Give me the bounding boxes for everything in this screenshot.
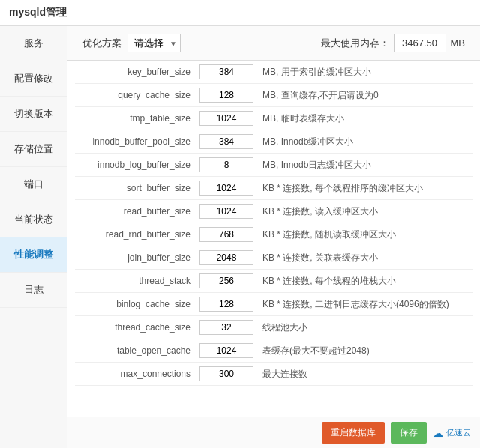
table-row: read_buffer_size KB * 连接数, 读入缓冲区大小 xyxy=(75,200,472,223)
params-table: key_buffer_size MB, 用于索引的缓冲区大小 query_cac… xyxy=(68,61,480,417)
brand-logo: ☁ 亿速云 xyxy=(433,427,471,439)
param-name-7: read_rnd_buffer_size xyxy=(75,223,195,246)
sidebar-item-7[interactable]: 日志 xyxy=(0,273,67,308)
param-value-6[interactable] xyxy=(195,200,258,223)
brand-label: 亿速云 xyxy=(446,427,471,438)
param-input-4[interactable] xyxy=(200,157,254,172)
sidebar-item-2[interactable]: 切换版本 xyxy=(0,97,67,132)
plan-section: 优化方案 请选择 ▼ xyxy=(82,34,181,52)
param-input-2[interactable] xyxy=(200,111,254,126)
param-value-10[interactable] xyxy=(195,293,258,316)
main-content: 优化方案 请选择 ▼ 最大使用内存： 3467.50 MB xyxy=(68,26,480,448)
sidebar-item-1[interactable]: 配置修改 xyxy=(0,61,67,97)
top-bar: 优化方案 请选择 ▼ 最大使用内存： 3467.50 MB xyxy=(68,26,480,61)
restart-button[interactable]: 重启数据库 xyxy=(322,422,385,444)
param-name-13: max_connections xyxy=(75,363,195,386)
param-input-3[interactable] xyxy=(200,134,254,149)
param-value-4[interactable] xyxy=(195,154,258,177)
brand-icon: ☁ xyxy=(433,427,443,439)
param-desc-8: KB * 连接数, 关联表缓存大小 xyxy=(258,246,472,270)
table-row: tmp_table_size MB, 临时表缓存大小 xyxy=(75,107,472,130)
param-name-8: join_buffer_size xyxy=(75,246,195,270)
param-name-4: innodb_log_buffer_size xyxy=(75,154,195,177)
param-value-5[interactable] xyxy=(195,177,258,200)
param-desc-9: KB * 连接数, 每个线程的堆栈大小 xyxy=(258,270,472,293)
param-input-12[interactable] xyxy=(200,343,254,358)
title-bar: mysqld管理 xyxy=(0,0,480,26)
sidebar-item-4[interactable]: 端口 xyxy=(0,167,67,202)
sidebar: 服务配置修改切换版本存储位置端口当前状态性能调整日志 xyxy=(0,26,68,448)
param-input-11[interactable] xyxy=(200,320,254,335)
param-name-0: key_buffer_size xyxy=(75,61,195,84)
param-desc-3: MB, Innodb缓冲区大小 xyxy=(258,130,472,154)
table-row: join_buffer_size KB * 连接数, 关联表缓存大小 xyxy=(75,246,472,270)
param-desc-12: 表缓存(最大不要超过2048) xyxy=(258,339,472,363)
mem-section: 最大使用内存： 3467.50 MB xyxy=(321,34,466,52)
table-row: read_rnd_buffer_size KB * 连接数, 随机读取缓冲区大小 xyxy=(75,223,472,246)
param-value-9[interactable] xyxy=(195,270,258,293)
param-input-5[interactable] xyxy=(200,181,254,196)
param-name-2: tmp_table_size xyxy=(75,107,195,130)
table-row: thread_stack KB * 连接数, 每个线程的堆栈大小 xyxy=(75,270,472,293)
table-row: innodb_log_buffer_size MB, Innodb日志缓冲区大小 xyxy=(75,154,472,177)
mem-value: 3467.50 xyxy=(394,34,446,52)
mem-unit: MB xyxy=(451,37,466,49)
mem-label: 最大使用内存： xyxy=(321,37,389,50)
table-row: query_cache_size MB, 查询缓存,不开启请设为0 xyxy=(75,84,472,107)
param-desc-5: KB * 连接数, 每个线程排序的缓冲区大小 xyxy=(258,177,472,200)
table-row: innodb_buffer_pool_size MB, Innodb缓冲区大小 xyxy=(75,130,472,154)
param-desc-13: 最大连接数 xyxy=(258,363,472,386)
param-name-3: innodb_buffer_pool_size xyxy=(75,130,195,154)
plan-select[interactable]: 请选择 xyxy=(128,34,181,52)
param-name-1: query_cache_size xyxy=(75,84,195,107)
param-desc-10: KB * 连接数, 二进制日志缓存大小(4096的倍数) xyxy=(258,293,472,316)
param-name-12: table_open_cache xyxy=(75,339,195,363)
plan-label: 优化方案 xyxy=(82,37,122,50)
param-value-3[interactable] xyxy=(195,130,258,154)
param-name-10: binlog_cache_size xyxy=(75,293,195,316)
param-value-2[interactable] xyxy=(195,107,258,130)
param-input-0[interactable] xyxy=(200,64,254,79)
plan-select-wrapper: 请选择 ▼ xyxy=(128,34,181,52)
params-grid: key_buffer_size MB, 用于索引的缓冲区大小 query_cac… xyxy=(75,61,472,386)
param-input-10[interactable] xyxy=(200,297,254,312)
param-desc-11: 线程池大小 xyxy=(258,316,472,339)
param-input-1[interactable] xyxy=(200,88,254,103)
param-value-7[interactable] xyxy=(195,223,258,246)
sidebar-item-3[interactable]: 存储位置 xyxy=(0,132,67,167)
table-row: key_buffer_size MB, 用于索引的缓冲区大小 xyxy=(75,61,472,84)
table-row: binlog_cache_size KB * 连接数, 二进制日志缓存大小(40… xyxy=(75,293,472,316)
param-name-6: read_buffer_size xyxy=(75,200,195,223)
param-name-5: sort_buffer_size xyxy=(75,177,195,200)
param-input-7[interactable] xyxy=(200,227,254,242)
param-desc-7: KB * 连接数, 随机读取缓冲区大小 xyxy=(258,223,472,246)
param-value-0[interactable] xyxy=(195,61,258,84)
param-input-8[interactable] xyxy=(200,250,254,265)
param-desc-6: KB * 连接数, 读入缓冲区大小 xyxy=(258,200,472,223)
param-input-9[interactable] xyxy=(200,273,254,288)
sidebar-item-0[interactable]: 服务 xyxy=(0,26,67,61)
param-name-11: thread_cache_size xyxy=(75,316,195,339)
param-desc-0: MB, 用于索引的缓冲区大小 xyxy=(258,61,472,84)
param-value-1[interactable] xyxy=(195,84,258,107)
table-row: table_open_cache 表缓存(最大不要超过2048) xyxy=(75,339,472,363)
app-title: mysqld管理 xyxy=(9,6,67,18)
sidebar-item-5[interactable]: 当前状态 xyxy=(0,202,67,237)
table-row: sort_buffer_size KB * 连接数, 每个线程排序的缓冲区大小 xyxy=(75,177,472,200)
param-input-13[interactable] xyxy=(200,366,254,381)
param-input-6[interactable] xyxy=(200,204,254,219)
param-value-12[interactable] xyxy=(195,339,258,363)
param-value-8[interactable] xyxy=(195,246,258,270)
table-row: thread_cache_size 线程池大小 xyxy=(75,316,472,339)
table-row: max_connections 最大连接数 xyxy=(75,363,472,386)
param-value-13[interactable] xyxy=(195,363,258,386)
param-desc-2: MB, 临时表缓存大小 xyxy=(258,107,472,130)
param-desc-4: MB, Innodb日志缓冲区大小 xyxy=(258,154,472,177)
sidebar-item-6[interactable]: 性能调整 xyxy=(0,237,67,273)
footer-bar: 重启数据库 保存 ☁ 亿速云 xyxy=(68,417,480,448)
param-value-11[interactable] xyxy=(195,316,258,339)
save-button[interactable]: 保存 xyxy=(391,422,427,444)
param-name-9: thread_stack xyxy=(75,270,195,293)
param-desc-1: MB, 查询缓存,不开启请设为0 xyxy=(258,84,472,107)
